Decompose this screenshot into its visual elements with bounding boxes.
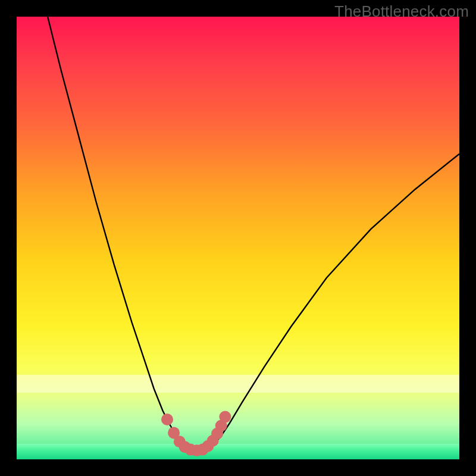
plot-area xyxy=(17,17,459,459)
bottleneck-curve xyxy=(48,17,459,450)
highlight-dots xyxy=(161,411,231,457)
curve-layer xyxy=(17,17,459,459)
chart-frame: TheBottleneck.com xyxy=(0,0,476,476)
dot xyxy=(219,411,231,423)
dot xyxy=(161,414,173,425)
